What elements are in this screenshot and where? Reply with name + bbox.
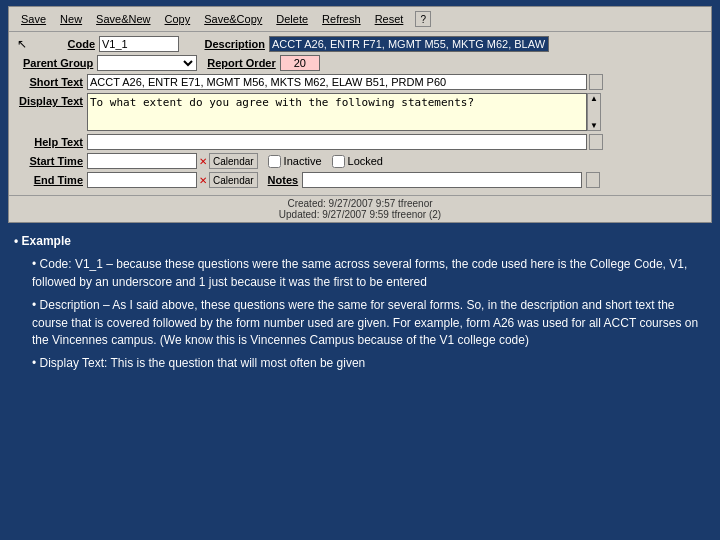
short-text-input[interactable] [87, 74, 587, 90]
inactive-checkbox[interactable] [268, 155, 281, 168]
start-time-label: Start Time [17, 155, 87, 167]
display-text-label: Display Text [17, 95, 87, 107]
help-text-scroll[interactable] [589, 134, 603, 150]
end-time-calendar-button[interactable]: Calendar [209, 172, 258, 188]
form-footer: Created: 9/27/2007 9:57 tfreenor Updated… [9, 195, 711, 222]
copy-button[interactable]: Copy [159, 11, 197, 27]
form-panel: Save New Save&New Copy Save&Copy Delete … [8, 6, 712, 223]
start-time-calendar-button[interactable]: Calendar [209, 153, 258, 169]
report-order-input[interactable] [280, 55, 320, 71]
help-text-label: Help Text [17, 136, 87, 148]
help-icon[interactable]: ? [415, 11, 431, 27]
reset-button[interactable]: Reset [369, 11, 410, 27]
short-text-label: Short Text [17, 76, 87, 88]
end-time-clear-icon[interactable]: ✕ [199, 175, 207, 186]
created-text: Created: 9/27/2007 9:57 tfreenor [11, 198, 709, 209]
notes-input[interactable] [302, 172, 582, 188]
start-time-clear-icon[interactable]: ✕ [199, 156, 207, 167]
display-text-explanation: • Display Text: This is the question tha… [32, 355, 706, 372]
updated-text: Updated: 9/27/2007 9:59 tfreenor (2) [11, 209, 709, 220]
code-label: Code [29, 38, 99, 50]
content-area: • Example • Code: V1_1 – because these q… [0, 223, 720, 540]
locked-checkbox[interactable] [332, 155, 345, 168]
code-explanation: • Code: V1_1 – because these questions w… [32, 256, 706, 291]
parent-group-label: Parent Group [23, 57, 97, 69]
locked-group: Locked [332, 155, 383, 168]
end-time-label: End Time [17, 174, 87, 186]
inactive-label: Inactive [284, 155, 322, 167]
parent-group-select[interactable] [97, 55, 197, 71]
refresh-button[interactable]: Refresh [316, 11, 367, 27]
description-input[interactable] [269, 36, 549, 52]
code-input[interactable] [99, 36, 179, 52]
inactive-group: Inactive [268, 155, 322, 168]
delete-button[interactable]: Delete [270, 11, 314, 27]
description-label: Description [189, 38, 269, 50]
end-time-input[interactable] [87, 172, 197, 188]
report-order-label: Report Order [207, 57, 279, 69]
locked-label: Locked [348, 155, 383, 167]
save-button[interactable]: Save [15, 11, 52, 27]
report-order-group: Report Order [207, 55, 319, 71]
save-copy-button[interactable]: Save&Copy [198, 11, 268, 27]
short-text-scroll[interactable] [589, 74, 603, 90]
new-button[interactable]: New [54, 11, 88, 27]
notes-label: Notes [268, 174, 299, 186]
fields-area: ↖ Code Description Parent Group Report O… [9, 32, 711, 195]
toolbar: Save New Save&New Copy Save&Copy Delete … [9, 7, 711, 32]
display-text-input[interactable]: To what extent do you agree with the fol… [87, 93, 587, 131]
notes-scroll[interactable] [586, 172, 600, 188]
example-header: • Example [14, 233, 706, 250]
save-new-button[interactable]: Save&New [90, 11, 156, 27]
display-text-scrollbar[interactable]: ▲ ▼ [587, 93, 601, 131]
start-time-input[interactable] [87, 153, 197, 169]
cursor-icon: ↖ [17, 37, 27, 51]
description-explanation: • Description – As I said above, these q… [32, 297, 706, 349]
help-text-input[interactable] [87, 134, 587, 150]
